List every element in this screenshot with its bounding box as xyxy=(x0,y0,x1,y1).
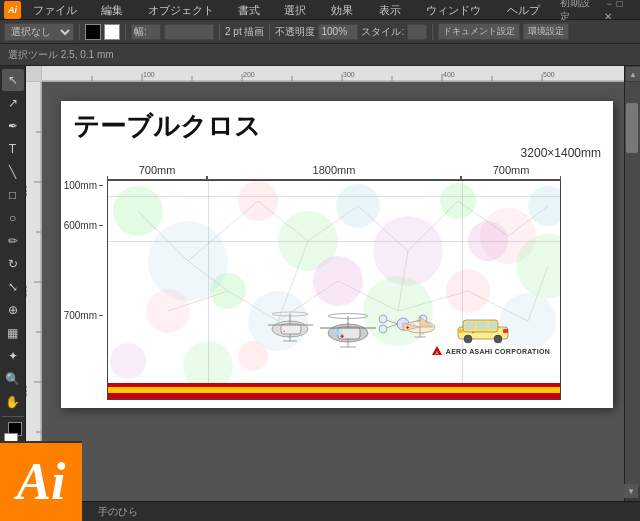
car-icon: ＋ xyxy=(453,312,513,344)
scroll-track xyxy=(625,82,640,487)
svg-point-98 xyxy=(411,323,415,327)
line-tool[interactable]: ╲ xyxy=(2,161,24,183)
seg-1800: 1800mm xyxy=(207,164,461,176)
separator4 xyxy=(269,24,270,40)
pt-label: 2 pt 描画 xyxy=(225,25,264,39)
dimension-label: 3200×1400mm xyxy=(61,146,613,164)
ruler-left-svg: 100 200 300 xyxy=(26,82,42,501)
menu-file[interactable]: ファイル(F) xyxy=(27,0,94,20)
svg-text:300: 300 xyxy=(26,385,28,397)
width1-label: 700mm xyxy=(139,164,176,176)
bottom-stripe-yellow xyxy=(108,387,560,393)
company-logo-icon: A xyxy=(431,345,443,357)
svg-text:100: 100 xyxy=(143,71,155,78)
scale-tool[interactable]: ⤡ xyxy=(2,276,24,298)
coords-display: 選択ツール 2.5, 0.1 mm xyxy=(8,48,114,62)
opacity-input[interactable] xyxy=(318,24,358,40)
menu-select[interactable]: 選択(S) xyxy=(278,0,325,20)
tool-separator xyxy=(2,416,24,417)
selection-dropdown[interactable]: 選択なし xyxy=(4,23,74,41)
scroll-thumb[interactable] xyxy=(626,103,638,153)
eyedropper-tool[interactable]: ✦ xyxy=(2,345,24,367)
style-input[interactable] xyxy=(407,24,427,40)
scroll-up-btn[interactable]: ▲ xyxy=(626,67,640,81)
document-page: テーブルクロス 3200×1400mm 700mm 1800mm xyxy=(61,101,613,408)
menu-format[interactable]: 書式(T) xyxy=(232,0,278,20)
ruler-top: 100 200 300 400 500 xyxy=(42,66,624,82)
company-logo: A AERO ASAHI CORPORATION xyxy=(431,345,550,357)
svg-text:100: 100 xyxy=(26,185,28,197)
svg-point-105 xyxy=(464,335,472,343)
ruler-left: 100 200 300 xyxy=(26,82,42,501)
fill-color[interactable] xyxy=(104,24,120,40)
svg-point-106 xyxy=(494,335,502,343)
right-scrollbar[interactable]: ▲ ▼ xyxy=(624,66,640,501)
menu-edit[interactable]: 編集(E) xyxy=(95,0,142,20)
svg-text:300: 300 xyxy=(343,71,355,78)
h1-annotation: 100mm xyxy=(64,180,103,191)
ruler-corner xyxy=(26,66,42,82)
menu-window[interactable]: ウィンドウ(W) xyxy=(420,0,501,20)
pen-tool[interactable]: ✒ xyxy=(2,115,24,137)
select-tool[interactable]: ↖ xyxy=(2,69,24,91)
h2-annotation: 600mm xyxy=(64,220,103,231)
direct-select-tool[interactable]: ↗ xyxy=(2,92,24,114)
height2-label: 600mm xyxy=(64,220,97,231)
gradient-tool[interactable]: ▦ xyxy=(2,322,24,344)
separator2 xyxy=(125,24,126,40)
menu-effect[interactable]: 効果(C) xyxy=(325,0,373,20)
seg-700-1: 700mm xyxy=(107,164,207,176)
svg-text:＋: ＋ xyxy=(471,330,475,335)
bubble-pattern-svg xyxy=(108,181,560,399)
toolbar2: 選択ツール 2.5, 0.1 mm xyxy=(0,44,640,66)
svg-text:400: 400 xyxy=(443,71,455,78)
zoom-tool[interactable]: 🔍 xyxy=(2,368,24,390)
h1-tick xyxy=(99,185,103,186)
helicopter2-icon: ✚ xyxy=(318,311,378,349)
ruler-top-svg: 100 200 300 400 500 xyxy=(42,66,624,82)
width3-label: 700mm xyxy=(493,164,530,176)
page-bottom-pad xyxy=(61,400,613,408)
hand-tool[interactable]: ✋ xyxy=(2,391,24,413)
top-annotations: 700mm 1800mm 700mm xyxy=(107,164,605,176)
bottom-stripe-red2 xyxy=(108,395,560,399)
svg-rect-108 xyxy=(503,329,508,333)
helicopter1-icon: + xyxy=(263,309,318,344)
brush-tool[interactable]: ✏ xyxy=(2,230,24,252)
rect-tool[interactable]: □ xyxy=(2,184,24,206)
ai-logo-text: Ai xyxy=(16,456,65,508)
svg-text:500: 500 xyxy=(543,71,555,78)
env-settings-button[interactable]: 環境設定 xyxy=(523,23,569,40)
left-labels: 100mm 600mm 700mm xyxy=(69,180,107,400)
blend-tool[interactable]: ⊕ xyxy=(2,299,24,321)
measurement-area: 700mm 1800mm 700mm xyxy=(69,164,605,400)
h3-tick xyxy=(99,315,103,316)
svg-rect-103 xyxy=(477,322,487,329)
svg-rect-102 xyxy=(465,322,475,329)
width-value[interactable] xyxy=(164,24,214,40)
hline2 xyxy=(108,241,560,242)
rotate-tool[interactable]: ↻ xyxy=(2,253,24,275)
h2-tick xyxy=(99,225,103,226)
svg-text:200: 200 xyxy=(243,71,255,78)
opacity-label: 不透明度 xyxy=(275,25,315,39)
menu-object[interactable]: オブジェクト(O) xyxy=(142,0,232,20)
stroke-color[interactable] xyxy=(85,24,101,40)
width-input[interactable] xyxy=(131,24,161,40)
h3-annotation: 700mm xyxy=(64,310,103,321)
height1-label: 100mm xyxy=(64,180,97,191)
window-controls[interactable]: － □ ✕ xyxy=(604,0,632,22)
app-logo-icon: Ai xyxy=(4,1,21,19)
svg-rect-107 xyxy=(458,329,463,333)
menu-help[interactable]: ヘルプ(H) xyxy=(501,0,559,20)
type-tool[interactable]: T xyxy=(2,138,24,160)
menu-bar: Ai ファイル(F) 編集(E) オブジェクト(O) 書式(T) 選択(S) 効… xyxy=(0,0,640,20)
app-window: Ai ファイル(F) 編集(E) オブジェクト(O) 書式(T) 選択(S) 効… xyxy=(0,0,640,521)
scroll-down-btn[interactable]: ▼ xyxy=(624,484,638,498)
ellipse-tool[interactable]: ○ xyxy=(2,207,24,229)
doc-settings-button[interactable]: ドキュメント設定 xyxy=(438,23,520,40)
separator3 xyxy=(219,24,220,40)
menu-view[interactable]: 表示(Y) xyxy=(373,0,420,20)
canvas-workspace: 100 200 300 400 500 100 xyxy=(26,66,624,501)
svg-rect-104 xyxy=(489,322,496,329)
